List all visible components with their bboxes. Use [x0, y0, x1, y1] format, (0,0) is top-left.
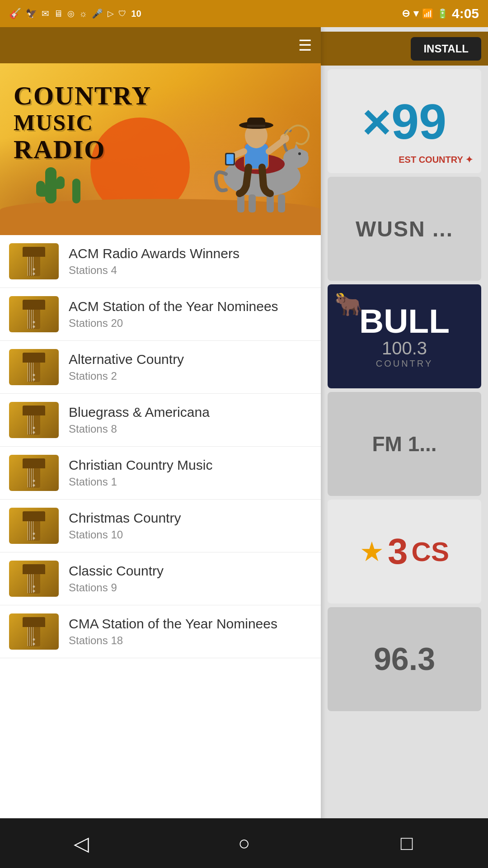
- nav-bar: ◁ ○ □: [0, 818, 488, 868]
- category-thumb-7: [9, 613, 59, 650]
- category-name-0: ACM Radio Awards Winners: [69, 246, 312, 261]
- hero-cactus-right: [72, 179, 80, 203]
- display-icon: 🖥: [54, 9, 63, 19]
- nav-recent-button[interactable]: □: [389, 825, 425, 861]
- category-name-7: CMA Station of the Year Nominees: [69, 616, 312, 632]
- category-stations-6: Stations 9: [69, 581, 312, 594]
- category-item-5[interactable]: Christmas Country Stations 10: [0, 500, 321, 552]
- guitar-icon: 🎸: [9, 8, 21, 19]
- mail-icon: ✉: [42, 8, 49, 19]
- notification-icon: 🦅: [26, 8, 37, 19]
- svg-line-16: [269, 140, 284, 151]
- category-thumb-5: [9, 508, 59, 544]
- card-bull-freq: 100.3: [359, 338, 450, 359]
- card-bull-label: COUNTRY: [359, 359, 450, 369]
- category-name-5: Christmas Country: [69, 510, 312, 526]
- category-name-3: Bluegrass & Americana: [69, 405, 312, 420]
- time-display: 4:05: [452, 6, 479, 21]
- card-star-number: 3: [388, 531, 408, 572]
- battery-icon: 🔋: [437, 8, 448, 19]
- card-fm-text: FM 1...: [372, 432, 436, 456]
- svg-rect-6: [278, 194, 285, 212]
- install-bar: INSTALL: [321, 32, 488, 66]
- sun-icon: ☼: [79, 9, 87, 19]
- svg-rect-4: [249, 194, 256, 212]
- category-thumb-0: [9, 243, 59, 279]
- star-icon: ★: [360, 536, 384, 567]
- sidebar-card-fm[interactable]: FM 1...: [328, 392, 481, 496]
- card-963-text: 96.3: [374, 641, 435, 677]
- status-icons-left: 🎸 🦅 ✉ 🖥 ◎ ☼ 🎤 ▷ 🛡 10: [9, 8, 141, 19]
- toolbar: ☰: [0, 27, 321, 63]
- category-item-4[interactable]: Christian Country Music Stations 1: [0, 447, 321, 500]
- sidebar-card-963[interactable]: 96.3: [328, 607, 481, 711]
- location-icon: ◎: [67, 9, 75, 19]
- menu-icon[interactable]: ☰: [298, 36, 312, 54]
- bull-horn-icon: 🐂: [334, 291, 362, 317]
- signal-icon: 📶: [422, 8, 433, 19]
- install-button[interactable]: INSTALL: [411, 37, 481, 61]
- card-wusn-text: WUSN ...: [356, 217, 453, 241]
- nav-back-button[interactable]: ◁: [63, 825, 99, 861]
- wifi-icon: ▾: [413, 8, 418, 19]
- shield-icon: 🛡: [118, 9, 127, 19]
- category-thumb-6: [9, 561, 59, 597]
- category-stations-5: Stations 10: [69, 528, 312, 541]
- home-icon: ○: [238, 832, 250, 854]
- ten-icon: 10: [131, 9, 141, 19]
- main-container: ☰ COUNTRY MUSIC RADIO: [0, 27, 488, 868]
- svg-marker-7: [294, 144, 299, 150]
- hero-title: COUNTRY MUSIC RADIO: [14, 81, 151, 164]
- category-item-7[interactable]: CMA Station of the Year Nominees Station…: [0, 605, 321, 658]
- nav-home-button[interactable]: ○: [226, 825, 262, 861]
- left-panel: ☰ COUNTRY MUSIC RADIO: [0, 27, 321, 868]
- recent-icon: □: [401, 832, 413, 854]
- card-99-text: ×99: [362, 93, 447, 150]
- category-stations-0: Stations 4: [69, 264, 312, 277]
- svg-point-2: [296, 150, 308, 159]
- back-icon: ◁: [74, 832, 89, 855]
- category-name-1: ACM Station of the Year Nominees: [69, 299, 312, 314]
- category-item-6[interactable]: Classic Country Stations 9: [0, 552, 321, 605]
- category-stations-7: Stations 18: [69, 634, 312, 647]
- card-99-subtitle: EST COUNTRY ✦: [399, 154, 473, 165]
- card-bull-content: BULL 100.3 COUNTRY: [359, 304, 450, 369]
- card-bull-name: BULL: [359, 304, 450, 338]
- card-star-cs: CS: [412, 536, 449, 567]
- category-thumb-4: [9, 455, 59, 491]
- category-name-6: Classic Country: [69, 563, 312, 579]
- category-thumb-2: [9, 349, 59, 385]
- category-info-0: ACM Radio Awards Winners Stations 4: [69, 246, 312, 277]
- hero-title-line1: COUNTRY: [14, 81, 151, 110]
- category-item-0[interactable]: ACM Radio Awards Winners Stations 4: [0, 235, 321, 288]
- sidebar-card-bull[interactable]: 🐂 BULL 100.3 COUNTRY: [328, 284, 481, 388]
- category-item-3[interactable]: Bluegrass & Americana Stations 8: [0, 394, 321, 447]
- category-info-1: ACM Station of the Year Nominees Station…: [69, 299, 312, 330]
- category-info-7: CMA Station of the Year Nominees Station…: [69, 616, 312, 647]
- category-thumb-1: [9, 296, 59, 332]
- right-panel: INSTALL ×99 EST COUNTRY ✦ WUSN ... 🐂 BUL…: [321, 27, 488, 868]
- category-list: ACM Radio Awards Winners Stations 4: [0, 235, 321, 836]
- category-thumb-3: [9, 402, 59, 438]
- sidebar-card-99[interactable]: ×99 EST COUNTRY ✦: [328, 69, 481, 173]
- card-star-content: ★ 3 CS: [360, 531, 449, 572]
- category-name-2: Alternative Country: [69, 352, 312, 367]
- category-info-3: Bluegrass & Americana Stations 8: [69, 405, 312, 435]
- category-info-2: Alternative Country Stations 2: [69, 352, 312, 382]
- category-stations-2: Stations 2: [69, 370, 312, 382]
- hero-title-line2: MUSIC: [14, 110, 151, 135]
- mic-icon: 🎤: [92, 8, 103, 19]
- hero-title-line3: RADIO: [14, 135, 151, 164]
- category-item-1[interactable]: ACM Station of the Year Nominees Station…: [0, 288, 321, 341]
- sidebar-card-wusn[interactable]: WUSN ...: [328, 177, 481, 281]
- svg-rect-20: [226, 154, 234, 164]
- sidebar-card-star[interactable]: ★ 3 CS: [328, 500, 481, 604]
- status-icons-right: ⊖ ▾ 📶 🔋 4:05: [402, 6, 479, 21]
- category-item-2[interactable]: Alternative Country Stations 2: [0, 341, 321, 394]
- play-icon: ▷: [108, 9, 114, 19]
- category-info-5: Christmas Country Stations 10: [69, 510, 312, 541]
- category-info-6: Classic Country Stations 9: [69, 563, 312, 594]
- category-stations-3: Stations 8: [69, 423, 312, 435]
- hero-cactus-left: [45, 167, 56, 203]
- svg-rect-15: [247, 125, 265, 127]
